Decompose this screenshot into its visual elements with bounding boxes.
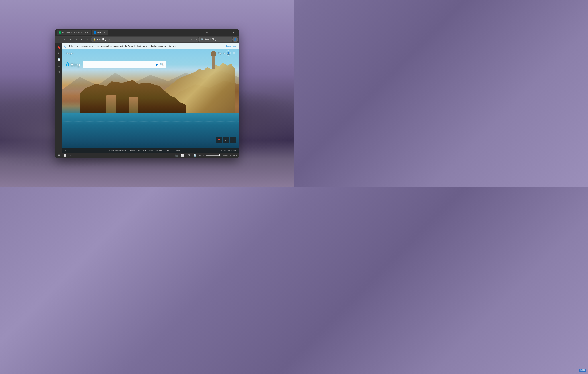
- browser-body: 🔖 ⬇ 🕐 ☰ ⊡ + i This site uses cookies for…: [55, 43, 239, 153]
- sidebar-history-button[interactable]: 🕐: [56, 57, 62, 62]
- dropdown-icon[interactable]: ▾: [196, 38, 197, 41]
- bing-images-link[interactable]: Images: [66, 52, 74, 54]
- footer-advertise-link[interactable]: Advertise: [138, 149, 147, 151]
- footer-about-ads-link[interactable]: About our ads: [149, 149, 162, 151]
- search-magnifier-icon: 🔍: [201, 38, 204, 41]
- content-area: i This site uses cookies for analytics, …: [62, 43, 239, 153]
- tab-bing[interactable]: b Bing ✕: [92, 30, 108, 35]
- carousel-next-button[interactable]: ›: [230, 137, 236, 143]
- sidebar-collections-button[interactable]: ☰: [56, 63, 62, 69]
- address-input[interactable]: 🔒 www.bing.com ☆ | ▾: [91, 37, 199, 42]
- history-button[interactable]: 🗑: [203, 29, 211, 35]
- zoom-slider[interactable]: [206, 155, 220, 156]
- bing-logo: b Bing: [66, 61, 80, 68]
- sidebar-download-button[interactable]: ⬇: [56, 51, 62, 56]
- tab-bing-label: Bing: [97, 31, 101, 33]
- zoom-reset-button[interactable]: Reset: [199, 154, 204, 156]
- lock-icon: 🔒: [93, 38, 96, 41]
- bing-menu-icon[interactable]: ≡: [233, 51, 235, 55]
- maximize-icon: □: [224, 31, 225, 33]
- bing-page: Images ••• Sign in 👤 ≡ b: [62, 49, 239, 153]
- status-right: 📷 ⬜ 🖼 🔄 Reset 100 % 6:55 PM: [174, 153, 237, 157]
- status-image-icon[interactable]: 🖼: [187, 153, 191, 157]
- refresh-button[interactable]: ↻: [79, 37, 85, 42]
- footer-settings-icon[interactable]: ⚙: [65, 149, 67, 152]
- carousel-location-button[interactable]: 📍: [216, 137, 222, 143]
- footer-help-link[interactable]: Help: [165, 149, 169, 151]
- castle-tower-left: [106, 95, 116, 114]
- first-page-button[interactable]: |‹: [68, 37, 73, 42]
- sidebar-bookmark-button[interactable]: 🔖: [56, 45, 62, 50]
- tabs-area: S Latest News & Reviews by S... b Bing ✕…: [57, 30, 203, 35]
- tab-news[interactable]: S Latest News & Reviews by S...: [57, 30, 91, 35]
- last-page-button[interactable]: ›|: [74, 37, 79, 42]
- bing-search-input[interactable]: [85, 63, 154, 66]
- minimize-button[interactable]: ─: [211, 29, 220, 35]
- bing-favicon: b: [94, 31, 96, 34]
- bing-nav-right: Sign in 👤 ≡: [218, 51, 235, 55]
- bing-logo-text: Bing: [71, 62, 80, 67]
- zoom-area: [206, 155, 220, 156]
- cookie-notice: i This site uses cookies for analytics, …: [62, 43, 239, 49]
- bing-more-icon[interactable]: •••: [77, 51, 80, 55]
- divider: |: [194, 38, 195, 41]
- bing-nav: Images ••• Sign in 👤 ≡: [62, 49, 239, 57]
- bing-logo-b: b: [66, 61, 70, 68]
- url-text: www.bing.com: [97, 38, 190, 41]
- signin-icon: 👤: [226, 51, 231, 55]
- maximize-button[interactable]: □: [220, 29, 229, 35]
- signin-text: Sign in: [218, 52, 225, 54]
- status-left: ☰ ⬜ ☁: [57, 153, 73, 157]
- new-tab-button[interactable]: +: [108, 30, 114, 35]
- bing-search-area: b Bing ⊙ 🔍: [62, 57, 239, 72]
- bing-search-button[interactable]: 🔍: [159, 62, 165, 67]
- sidebar-divider: [57, 76, 61, 76]
- back-button[interactable]: ‹: [56, 37, 62, 42]
- browser-search-bar[interactable]: 🔍 Search Bing ▾: [200, 37, 232, 42]
- cookie-info-icon: i: [64, 45, 67, 48]
- status-bar: ☰ ⬜ ☁ 📷 ⬜ 🖼 🔄 Reset 100 % 6:55 PM: [55, 153, 239, 158]
- castle-tower-right: [129, 97, 138, 114]
- footer-copyright: © 2020 Microsoft: [221, 149, 236, 151]
- search-dropdown-icon[interactable]: ▾: [230, 39, 231, 41]
- profile-button[interactable]: 👤: [232, 37, 238, 42]
- cookie-learn-more-link[interactable]: Learn more: [226, 45, 236, 47]
- carousel-prev-button[interactable]: ‹: [223, 137, 229, 143]
- bookmark-icon[interactable]: ☆: [191, 38, 193, 41]
- home-button[interactable]: ⌂: [85, 37, 91, 42]
- bing-search-box[interactable]: ⊙ 🔍: [83, 61, 167, 68]
- footer-legal-link[interactable]: Legal: [130, 149, 135, 151]
- title-bar: S Latest News & Reviews by S... b Bing ✕…: [55, 29, 239, 36]
- zoom-slider-thumb[interactable]: [219, 155, 220, 156]
- bing-carousel-controls: 📍 ‹ ›: [216, 137, 236, 143]
- status-sidebar-icon[interactable]: ☰: [57, 153, 61, 157]
- tab-news-label: Latest News & Reviews by S...: [62, 31, 89, 33]
- footer-feedback-link[interactable]: Feedback: [172, 149, 180, 151]
- clock-display: 6:55 PM: [230, 154, 237, 156]
- bing-camera-icon[interactable]: ⊙: [155, 63, 158, 66]
- status-cloud-icon[interactable]: ☁: [68, 153, 73, 157]
- tab-close-button[interactable]: ✕: [103, 31, 106, 34]
- forward-button[interactable]: ›: [62, 37, 67, 42]
- bing-nav-left: Images •••: [66, 51, 80, 55]
- window-controls: 🗑 ─ □ ✕: [203, 29, 237, 35]
- bing-signin-button[interactable]: Sign in 👤: [218, 51, 231, 55]
- zoom-slider-fill: [206, 155, 220, 156]
- status-share-icon[interactable]: 🔄: [193, 153, 197, 157]
- sidebar: 🔖 ⬇ 🕐 ☰ ⊡ +: [55, 43, 62, 153]
- zoom-percent-label: 100 %: [222, 154, 228, 156]
- cookie-text: This site uses cookies for analytics, pe…: [69, 45, 225, 47]
- sidebar-split-button[interactable]: ⊡: [56, 69, 62, 75]
- bing-footer: ⚙ Privacy and Cookies Legal Advertise Ab…: [62, 148, 239, 153]
- close-button[interactable]: ✕: [229, 29, 237, 35]
- browser-window: S Latest News & Reviews by S... b Bing ✕…: [55, 29, 239, 158]
- address-bar-area: ‹ › |‹ ›| ↻ ⌂ 🔒 www.bing.com ☆ | ▾ 🔍 Sea…: [55, 36, 239, 43]
- sidebar-add-button[interactable]: +: [56, 146, 62, 151]
- water-area: [62, 114, 239, 153]
- status-screen-icon[interactable]: ⬜: [180, 153, 185, 157]
- minimize-icon: ─: [215, 31, 216, 33]
- water-ripples: [62, 121, 239, 122]
- status-camera-icon[interactable]: 📷: [174, 153, 178, 157]
- footer-privacy-link[interactable]: Privacy and Cookies: [109, 149, 127, 151]
- status-tab-icon[interactable]: ⬜: [63, 153, 67, 157]
